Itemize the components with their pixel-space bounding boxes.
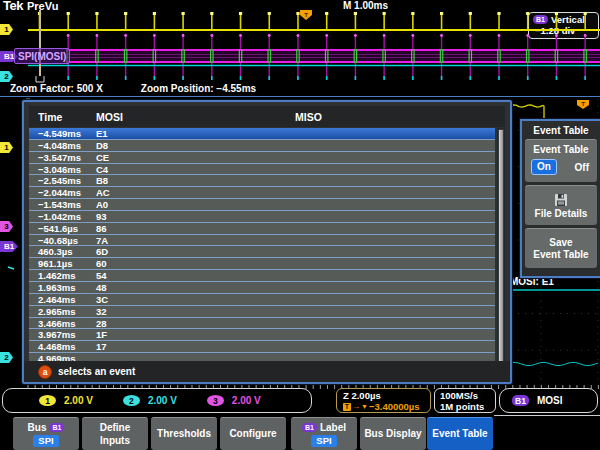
footer-hint: selects an event [58,366,135,377]
bus-name-readout: MOSI [537,395,563,406]
cell-time: −4.048ms [38,140,96,151]
toggle-on[interactable]: On [531,159,557,175]
cell-time: 1.462ms [38,270,96,281]
cell-mosi: 7A [96,235,295,246]
acquisition-box: 100MS/s 1M points [434,388,496,413]
menu-bus-display-button[interactable]: Bus Display [360,417,426,450]
cell-time: −2.545ms [38,175,96,186]
side-menu-title: Event Table [522,121,600,139]
cell-mosi: 17 [96,341,295,352]
channel-2-scale: 2.00 V [148,395,177,406]
cell-time: 2.464ms [38,294,96,305]
event-table-label: Event Table [432,428,487,440]
toggle-label: Event Table [525,144,597,155]
channel-3-readout: 32.00 V [207,395,261,406]
cell-time: −2.044ms [38,187,96,198]
zoom-position: Zoom Position: −4.55ms [141,83,256,94]
cell-time: −1.543ms [38,199,96,210]
cell-time: 2.965ms [38,306,96,317]
cell-time: 460.3µs [38,246,96,257]
cell-mosi: 60 [96,258,295,269]
sample-rate-readout: 100MS/s [440,390,495,401]
cell-mosi: 54 [96,270,295,281]
file-details-label: File Details [535,208,588,219]
oscilloscope-screen: Tek PreVu M 1.00ms B1 Vertical −1.28 div… [0,0,600,450]
event-table-scrollbar[interactable] [497,128,505,365]
event-table-toggle-button[interactable]: Event Table On Off [525,139,597,182]
zoom-scale-readout: Z 2.00µs [343,390,430,401]
menu-event-table-button[interactable]: Event Table [427,417,493,450]
cell-mosi: 6D [96,246,295,257]
cell-time: 961.1µs [38,258,96,269]
svg-text:T: T [304,12,308,18]
scrollbar-thumb[interactable] [499,130,503,363]
table-row[interactable]: 1.462ms54 [29,270,495,282]
file-details-button[interactable]: File Details [525,185,597,225]
cell-time: −3.046ms [38,164,96,175]
table-row[interactable]: −40.68µs7A [29,235,495,247]
channel-3-badge: 3 [207,395,224,406]
zoom-factor: Zoom Factor: 500 X [10,83,103,94]
table-row[interactable]: −1.042ms93 [29,211,495,223]
define-line1: Define [100,422,131,434]
table-row[interactable]: 4.468ms17 [29,341,495,353]
cell-mosi: C4 [96,164,295,175]
table-row[interactable]: −3.046msC4 [29,164,495,176]
bus-b1-badge: B1 [49,423,64,432]
table-row[interactable]: 2.965ms32 [29,306,495,318]
cell-mosi: 3C [96,294,295,305]
cell-time: −40.68µs [38,235,96,246]
cell-mosi: 1F [96,329,295,340]
table-row[interactable]: 1.963ms48 [29,282,495,294]
svg-text:T: T [581,101,585,107]
table-row[interactable]: −2.044msAC [29,187,495,199]
trigger-flag-icon: T [343,403,351,411]
menu-label-button[interactable]: B1 Label SPI [291,417,357,450]
menu-configure-button[interactable]: Configure [220,417,286,450]
triangle-down-icon: ▼ [361,403,368,410]
channel-2-readout: 22.00 V [123,395,177,406]
cell-time: −3.547ms [38,152,96,163]
main-waveform: T [0,10,600,86]
cell-mosi: AC [96,187,295,198]
event-table-header: Time MOSI MISO [29,106,505,127]
table-row[interactable]: −4.549msE1 [29,128,495,140]
table-row[interactable]: −541.6µs86 [29,223,495,235]
bus-b1-badge: B1 [302,423,317,432]
zoom-timebase-box: Z 2.00µs T → ▼ −3.40000µs [336,388,431,413]
table-row[interactable]: 3.466ms28 [29,318,495,330]
cell-mosi: 86 [96,223,295,234]
side-menu: Event Table Event Table On Off File [520,119,600,278]
menu-bus-button[interactable]: Bus B1 SPI [13,417,79,450]
column-miso: MISO [295,111,505,123]
cell-mosi: 28 [96,318,295,329]
cell-time: −1.042ms [38,211,96,222]
channel-1-readout: 12.00 V [39,395,93,406]
cell-mosi: A0 [96,199,295,210]
label-button-label: Label [320,422,346,434]
table-row[interactable]: 2.464ms3C [29,294,495,306]
bus-display-label: Bus Display [364,428,421,440]
configure-label: Configure [229,428,276,440]
event-table-window: Time MOSI MISO −4.549msE1−4.048msD8−3.54… [22,100,512,384]
table-row[interactable]: −2.545msB8 [29,175,495,187]
table-row[interactable]: 460.3µs6D [29,246,495,258]
cell-mosi: D8 [96,140,295,151]
table-row[interactable]: −3.547msCE [29,152,495,164]
toggle-off[interactable]: Off [575,162,589,173]
cell-time: 1.963ms [38,282,96,293]
save-event-table-button[interactable]: Save Event Table [525,228,597,268]
table-row[interactable]: 961.1µs60 [29,258,495,270]
menu-define-inputs-button[interactable]: Define Inputs [82,417,148,450]
cell-mosi: E1 [96,128,295,139]
cell-time: 3.466ms [38,318,96,329]
cell-mosi: B8 [96,175,295,186]
bus-readout-box: B1 MOSI [499,388,598,413]
column-time: Time [38,111,96,123]
table-row[interactable]: −1.543msA0 [29,199,495,211]
table-row[interactable]: 3.967ms1F [29,329,495,341]
menu-thresholds-button[interactable]: Thresholds [151,417,217,450]
bottom-divider-line [494,415,600,416]
bus-type-chip: SPI [33,435,58,447]
table-row[interactable]: −4.048msD8 [29,140,495,152]
